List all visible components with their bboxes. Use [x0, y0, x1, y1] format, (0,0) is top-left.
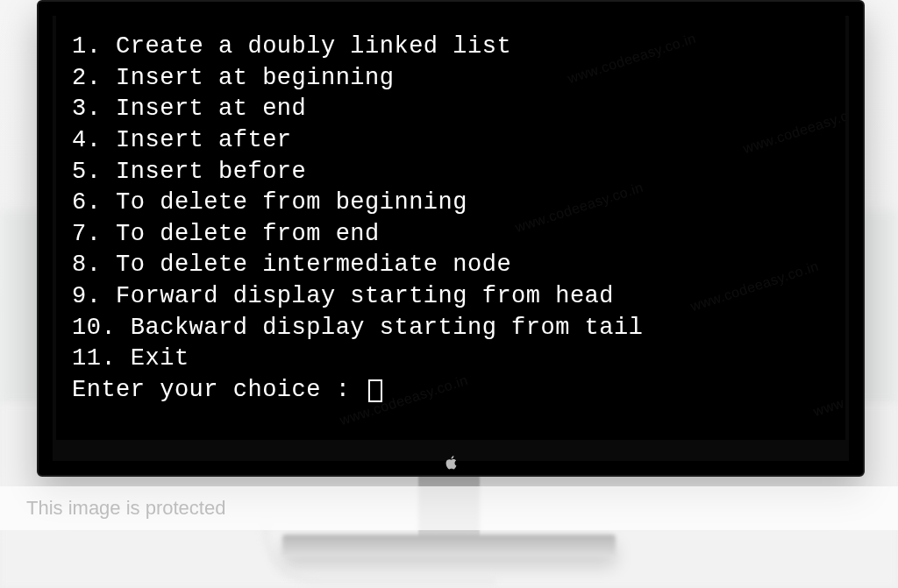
monitor-frame: 1. Create a doubly linked list2. Insert … — [37, 0, 865, 477]
terminal-menu-item: 7. To delete from end — [72, 219, 830, 251]
menu-item-number: 6. — [72, 189, 101, 216]
terminal-menu-item: 10. Backward display starting from tail — [72, 313, 830, 344]
terminal-menu-item: 6. To delete from beginning — [72, 188, 830, 219]
menu-item-text: To delete from beginning — [116, 189, 467, 216]
terminal-cursor — [368, 379, 382, 402]
menu-item-text: Backward display starting from tail — [131, 315, 644, 341]
menu-item-text: Exit — [131, 345, 189, 372]
terminal-menu: 1. Create a doubly linked list2. Insert … — [72, 32, 830, 375]
menu-item-text: Insert at beginning — [116, 65, 394, 91]
terminal-menu-item: 3. Insert at end — [72, 94, 830, 125]
menu-item-number: 7. — [72, 221, 101, 247]
menu-item-text: Insert after — [116, 127, 291, 153]
menu-item-text: Insert at end — [116, 96, 306, 122]
terminal-menu-item: 5. Insert before — [72, 157, 830, 188]
menu-item-text: Create a doubly linked list — [116, 33, 511, 60]
terminal-menu-item: 1. Create a doubly linked list — [72, 32, 830, 63]
menu-item-number: 1. — [72, 33, 101, 60]
menu-item-number: 10. — [72, 315, 116, 341]
scene-background: 1. Create a doubly linked list2. Insert … — [0, 0, 898, 588]
menu-item-text: To delete from end — [116, 221, 380, 247]
terminal-prompt-text: Enter your choice : — [72, 375, 365, 407]
menu-item-number: 3. — [72, 96, 101, 122]
menu-item-number: 8. — [72, 251, 101, 278]
menu-item-text: To delete intermediate node — [116, 251, 511, 278]
terminal-screen[interactable]: 1. Create a doubly linked list2. Insert … — [56, 14, 845, 440]
terminal-menu-item: 9. Forward display starting from head — [72, 281, 830, 313]
terminal-prompt-line[interactable]: Enter your choice : — [72, 375, 830, 407]
apple-logo-icon — [445, 456, 457, 470]
terminal-menu-item: 11. Exit — [72, 344, 830, 375]
terminal-menu-item: 4. Insert after — [72, 125, 830, 157]
menu-item-number: 2. — [72, 65, 101, 91]
menu-item-number: 5. — [72, 159, 101, 185]
protection-overlay: This image is protected — [0, 486, 898, 530]
terminal-menu-item: 8. To delete intermediate node — [72, 250, 830, 281]
protection-overlay-text: This image is protected — [26, 497, 225, 520]
menu-item-number: 4. — [72, 127, 101, 153]
menu-item-text: Forward display starting from head — [116, 283, 614, 309]
menu-item-number: 9. — [72, 283, 101, 309]
terminal-menu-item: 2. Insert at beginning — [72, 63, 830, 95]
menu-item-text: Insert before — [116, 159, 306, 185]
menu-item-number: 11. — [72, 345, 116, 372]
monitor-cable — [263, 526, 496, 584]
